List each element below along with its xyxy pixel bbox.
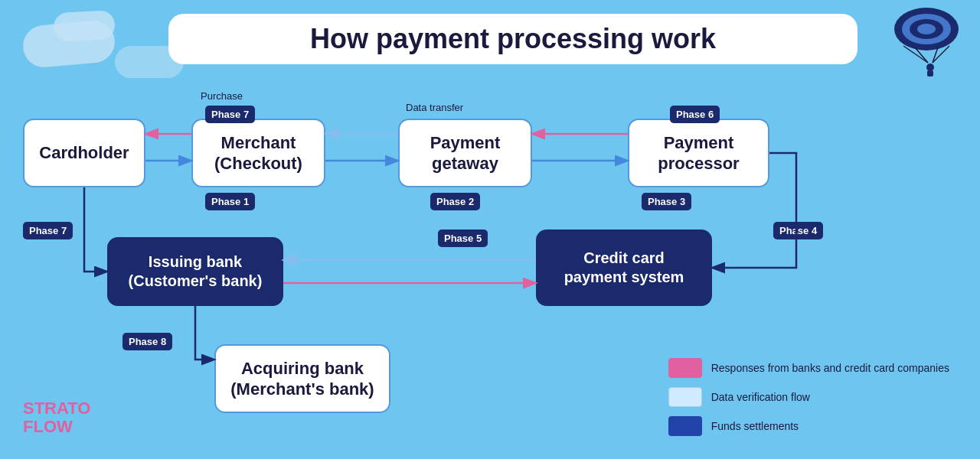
phase5-label: Phase 5: [438, 230, 488, 247]
main-title: How payment processing work: [168, 14, 858, 64]
phase4-label: Phase 4: [773, 222, 823, 239]
payment-gateway-node: Paymentgetaway: [398, 119, 532, 187]
legend-pink-label: Responses from banks and credit card com…: [711, 362, 949, 374]
phase7a-label: Phase 7: [205, 106, 255, 123]
svg-point-3: [917, 24, 936, 34]
logo-line1: STRATO: [23, 399, 90, 418]
logo: STRATO FLOW: [23, 399, 90, 436]
legend-light-label: Data verification flow: [711, 391, 810, 403]
phase3-label: Phase 3: [642, 193, 691, 210]
acquiring-bank-node: Acquiring bank(Merchant's bank): [214, 344, 390, 413]
logo-line2: FLOW: [23, 418, 90, 436]
legend-light-box: [668, 387, 702, 407]
svg-rect-9: [927, 70, 933, 76]
payment-processor-node: Paymentprocessor: [628, 119, 769, 187]
legend-dark-label: Funds settlements: [711, 420, 799, 432]
purchase-label: Purchase: [201, 90, 243, 102]
phase1-label: Phase 1: [205, 193, 255, 210]
legend-pink-box: [668, 358, 702, 378]
legend-dark: Funds settlements: [668, 416, 949, 436]
cardholder-node: Cardholder: [23, 119, 145, 187]
svg-point-8: [926, 63, 934, 71]
issuing-bank-node: Issuing bank(Customer's bank): [107, 237, 283, 306]
phase8-label: Phase 8: [122, 333, 172, 350]
phase2-label: Phase 2: [430, 193, 480, 210]
title-text: How payment processing work: [184, 23, 842, 55]
legend-pink: Responses from banks and credit card com…: [668, 358, 949, 378]
legend: Responses from banks and credit card com…: [668, 358, 949, 436]
data-transfer-label: Data transfer: [406, 102, 463, 113]
phase7b-label: Phase 7: [23, 222, 73, 239]
legend-light: Data verification flow: [668, 387, 949, 407]
merchant-node: Merchant(Checkout): [191, 119, 325, 187]
parachute-decoration: [888, 8, 965, 76]
phase6-label: Phase 6: [670, 106, 720, 123]
credit-card-node: Credit cardpayment system: [536, 230, 712, 306]
legend-dark-box: [668, 416, 702, 436]
